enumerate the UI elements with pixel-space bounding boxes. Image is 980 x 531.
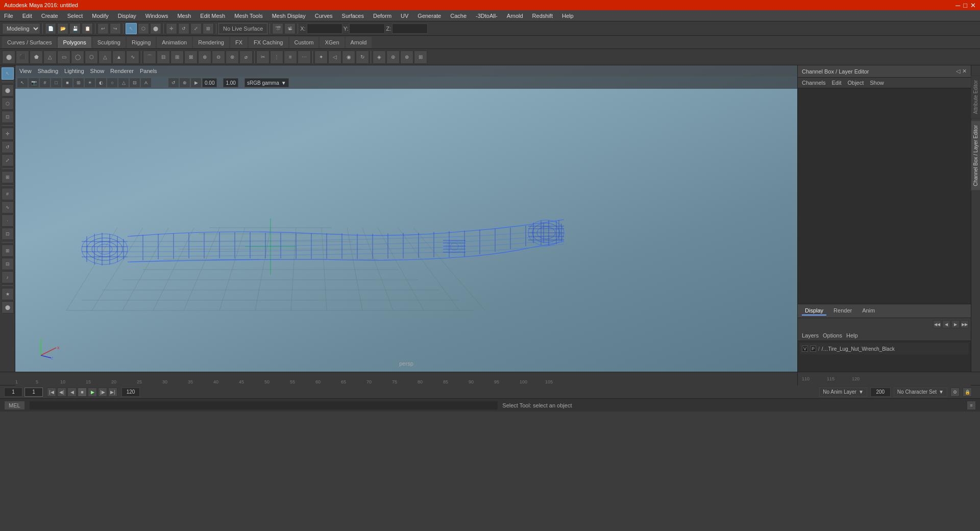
paint-btn[interactable]: ⬤ — [150, 23, 161, 34]
render-btn[interactable]: 🎬 — [272, 23, 283, 34]
rotate-btn[interactable]: ↺ — [178, 23, 189, 34]
step-fwd-btn[interactable]: |▶ — [98, 388, 107, 397]
vp-renderer[interactable]: Renderer — [110, 68, 134, 74]
save-as-btn[interactable]: 📋 — [82, 23, 93, 34]
cb-tab-show[interactable]: Show — [870, 80, 884, 86]
cb-expand-btn[interactable]: ◁ — [956, 68, 960, 75]
menu-mesh-display[interactable]: Mesh Display — [270, 12, 308, 20]
dst-tab-layers[interactable]: Layers — [802, 332, 819, 339]
lasso-select-btn[interactable]: ⊡ — [2, 111, 14, 123]
render-layer-btn[interactable]: ⊟ — [2, 258, 14, 270]
paint-select-btn[interactable]: ⬤ — [2, 84, 14, 96]
dst-tab-options[interactable]: Options — [823, 332, 842, 339]
vp-show[interactable]: Show — [90, 68, 105, 74]
shelf-bevel[interactable]: ⌒ — [143, 51, 156, 64]
skip-to-end-btn[interactable]: ▶| — [108, 388, 117, 397]
vp-coord-field[interactable]: 0.00 — [202, 78, 217, 87]
menu-windows[interactable]: Windows — [143, 12, 170, 20]
menu-curves[interactable]: Curves — [313, 12, 335, 20]
shelf-helix[interactable]: ∿ — [126, 51, 139, 64]
vp-gamma-value[interactable]: 1.00 — [223, 78, 238, 87]
menu-select[interactable]: Select — [65, 12, 85, 20]
tab-rendering[interactable]: Rendering — [193, 37, 229, 48]
window-controls[interactable]: ─ □ ✕ — [955, 2, 976, 9]
lasso-btn[interactable]: ⬡ — [138, 23, 149, 34]
shelf-disk[interactable]: ⬡ — [85, 51, 98, 64]
shelf-wedge[interactable]: ◁ — [328, 51, 341, 64]
lpb-btn2[interactable]: ◀ — [942, 320, 950, 328]
anim-layer-btn[interactable]: ♪ — [2, 271, 14, 283]
vp-camera-btn[interactable]: 📷 — [29, 78, 39, 87]
shelf-weld[interactable]: ⊛ — [386, 51, 400, 64]
select-btn[interactable]: ↖ — [126, 23, 137, 34]
x-field[interactable] — [307, 23, 342, 34]
command-line[interactable] — [29, 401, 499, 410]
menu-help[interactable]: Help — [560, 12, 576, 20]
shelf-spin[interactable]: ↻ — [356, 51, 369, 64]
vp-sym-btn[interactable]: ⊟ — [130, 78, 140, 87]
show-manip-btn[interactable]: ⊞ — [2, 171, 14, 183]
mel-indicator[interactable]: MEL — [4, 401, 25, 410]
tab-polygons[interactable]: Polygons — [58, 37, 91, 48]
menu-mesh-tools[interactable]: Mesh Tools — [232, 12, 264, 20]
move-tool-btn[interactable]: ✛ — [2, 128, 14, 140]
menu-deform[interactable]: Deform — [371, 12, 394, 20]
skip-to-start-btn[interactable]: |◀ — [47, 388, 56, 397]
step-back-btn[interactable]: ◀| — [57, 388, 66, 397]
menu-create[interactable]: Create — [39, 12, 60, 20]
tab-sculpting[interactable]: Sculpting — [92, 37, 126, 48]
lpb-btn1[interactable]: ◀◀ — [933, 320, 941, 328]
current-frame-field[interactable]: 1 — [24, 388, 43, 397]
lpb-btn4[interactable]: ▶▶ — [961, 320, 969, 328]
play-fwd-btn[interactable]: ▶ — [88, 388, 97, 397]
shelf-boolean[interactable]: ⊗ — [226, 51, 239, 64]
shelf-pyramid[interactable]: ▲ — [112, 51, 126, 64]
cb-tab-channels[interactable]: Channels — [802, 80, 825, 86]
maximize-btn[interactable]: □ — [963, 2, 967, 9]
snap-point-btn[interactable]: · — [2, 214, 14, 227]
menu-file[interactable]: File — [2, 12, 15, 20]
layer-visible-check[interactable]: V — [802, 346, 808, 352]
shelf-offset-edge[interactable]: ≡ — [284, 51, 297, 64]
shelf-combine[interactable]: ⊕ — [198, 51, 211, 64]
tab-fx[interactable]: FX — [230, 37, 248, 48]
display-layer-btn[interactable]: ⊞ — [2, 245, 14, 257]
tab-custom[interactable]: Custom — [289, 37, 319, 48]
menu-modify[interactable]: Modify — [90, 12, 110, 20]
shelf-cone[interactable]: △ — [43, 51, 57, 64]
shelf-sphere[interactable]: ⬤ — [2, 51, 15, 64]
dt-tab-display[interactable]: Display — [802, 306, 826, 316]
character-set-dropdown[interactable]: No Character Set ▼ — [894, 388, 947, 397]
menu-edit[interactable]: Edit — [20, 12, 34, 20]
vp-manip-btn[interactable]: ⊕ — [180, 78, 190, 87]
vp-solid-btn[interactable]: ■ — [62, 78, 72, 87]
menu-generate[interactable]: Generate — [415, 12, 443, 20]
dst-tab-help[interactable]: Help — [846, 332, 858, 339]
scale-tool-btn[interactable]: ⤢ — [2, 154, 14, 166]
vp-grid-btn[interactable]: # — [40, 78, 50, 87]
vp-lighting[interactable]: Lighting — [64, 68, 84, 74]
tab-rigging[interactable]: Rigging — [127, 37, 156, 48]
shelf-merge-verts[interactable]: ◈ — [373, 51, 386, 64]
max-frame-field[interactable]: 200 — [870, 388, 891, 397]
vp-shading[interactable]: Shading — [38, 68, 58, 74]
script-editor-btn[interactable]: ≡ — [967, 401, 976, 410]
minimize-btn[interactable]: ─ — [955, 2, 960, 9]
tab-xgen[interactable]: XGen — [320, 37, 344, 48]
vp-texture-btn[interactable]: ⊞ — [74, 78, 84, 87]
char-set-options-btn[interactable]: ⚙ — [950, 388, 960, 397]
shelf-target-weld[interactable]: ⊕ — [400, 51, 413, 64]
snap-grid-btn[interactable]: # — [2, 188, 14, 200]
shelf-cylinder[interactable]: ⬟ — [30, 51, 43, 64]
scale-btn[interactable]: ⤢ — [190, 23, 202, 34]
cb-close-btn[interactable]: ✕ — [962, 68, 967, 75]
stop-btn[interactable]: ■ — [78, 388, 87, 397]
vp-shadow-btn[interactable]: ◐ — [96, 78, 106, 87]
redo-btn[interactable]: ↪ — [110, 23, 121, 34]
layer-playback-check[interactable]: P — [810, 346, 816, 352]
vp-rot-btn[interactable]: ↺ — [168, 78, 179, 87]
layer-row[interactable]: V P / /…Tire_Lug_Nut_Wrench_Black — [800, 343, 969, 354]
shelf-cut-faces[interactable]: ✂ — [256, 51, 270, 64]
snap-curve-btn[interactable]: ∿ — [2, 201, 14, 213]
vp-aa-btn[interactable]: A — [141, 78, 151, 87]
